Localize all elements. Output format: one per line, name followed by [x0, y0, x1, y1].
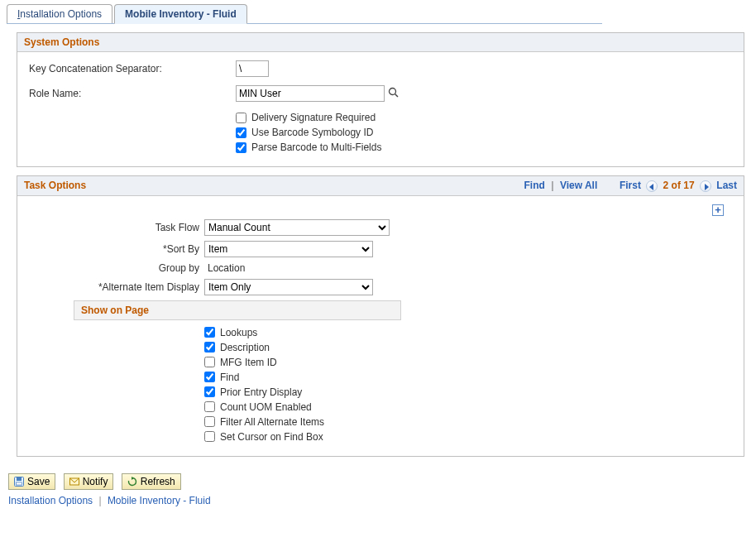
lookups-label: Lookups [220, 327, 257, 338]
task-flow-select[interactable]: Manual Count [204, 219, 390, 236]
refresh-button[interactable]: Refresh [122, 473, 181, 490]
add-row-icon[interactable]: + [712, 204, 724, 216]
lookups-checkbox[interactable] [204, 327, 215, 338]
svg-rect-3 [17, 477, 22, 481]
prior-entry-display-checkbox[interactable] [204, 386, 215, 397]
sort-by-label: *Sort By [41, 243, 204, 255]
system-options-header: System Options [17, 33, 744, 52]
group-by-value: Location [204, 262, 245, 274]
mfg-item-id-checkbox[interactable] [204, 357, 215, 367]
nav-last-link[interactable]: Last [716, 180, 737, 191]
nav-view-all-link[interactable]: View All [560, 180, 597, 191]
key-sep-label: Key Concatenation Separator: [27, 63, 236, 74]
svg-marker-6 [132, 477, 134, 480]
use-barcode-symbology-checkbox[interactable] [236, 127, 246, 138]
set-cursor-find-label: Set Cursor on Find Box [220, 431, 323, 443]
system-options-group: System Options Key Concatenation Separat… [17, 32, 744, 167]
sort-by-select[interactable]: Item [204, 241, 373, 257]
group-by-label: Group by [41, 262, 204, 274]
parse-barcode-checkbox[interactable] [236, 142, 246, 153]
notify-button[interactable]: Notify [64, 473, 114, 490]
set-cursor-find-checkbox[interactable] [204, 431, 215, 442]
delivery-signature-label: Delivery Signature Required [251, 112, 376, 123]
refresh-icon [127, 477, 137, 487]
alt-item-display-select[interactable]: Item Only [204, 279, 373, 295]
delivery-signature-checkbox[interactable] [236, 113, 246, 123]
footer-buttons: Save Notify Refresh [3, 465, 753, 495]
parse-barcode-label: Parse Barcode to Multi-Fields [251, 141, 381, 153]
footer-installation-options-link[interactable]: Installation Options [8, 495, 93, 506]
footer-links: Installation Options | Mobile Inventory … [3, 495, 753, 506]
show-on-page-header: Show on Page [74, 300, 401, 320]
next-icon[interactable] [700, 180, 711, 192]
key-sep-input[interactable] [236, 60, 269, 77]
count-uom-enabled-label: Count UOM Enabled [220, 401, 312, 413]
svg-rect-4 [17, 482, 22, 485]
tab-strip: Installation Options Mobile Inventory - … [7, 3, 753, 23]
find-label: Find [220, 372, 239, 383]
task-options-nav: Find | View All First 2 of 17 Last [524, 180, 738, 192]
prior-entry-display-label: Prior Entry Display [220, 386, 302, 398]
count-uom-enabled-checkbox[interactable] [204, 401, 215, 412]
mfg-item-id-label: MFG Item ID [220, 357, 277, 368]
task-flow-label: Task Flow [41, 222, 204, 233]
nav-first-link[interactable]: First [620, 180, 641, 191]
svg-line-1 [395, 94, 399, 97]
alt-item-display-label: *Alternate Item Display [41, 281, 204, 293]
save-button[interactable]: Save [8, 473, 55, 490]
task-options-group: Task Options Find | View All First 2 of … [17, 175, 744, 457]
task-options-header: Task Options [24, 180, 86, 191]
nav-find-link[interactable]: Find [524, 180, 545, 191]
description-checkbox[interactable] [204, 342, 215, 353]
tab-installation-options[interactable]: Installation Options [7, 4, 112, 23]
role-name-input[interactable] [236, 85, 385, 102]
role-name-label: Role Name: [27, 88, 236, 99]
magnifier-icon[interactable] [388, 87, 400, 101]
nav-counter: 2 of 17 [663, 180, 695, 191]
description-label: Description [220, 342, 270, 353]
disk-icon [14, 477, 24, 487]
filter-alt-items-label: Filter All Alternate Items [220, 416, 324, 428]
svg-point-0 [390, 88, 396, 94]
envelope-icon [69, 477, 79, 487]
find-checkbox[interactable] [204, 372, 215, 382]
previous-icon[interactable] [646, 180, 658, 192]
filter-alt-items-checkbox[interactable] [204, 416, 215, 427]
tab-mobile-inventory-fluid[interactable]: Mobile Inventory - Fluid [114, 4, 247, 24]
use-barcode-symbology-label: Use Barcode Symbology ID [251, 127, 373, 138]
footer-mobile-inventory-link[interactable]: Mobile Inventory - Fluid [108, 495, 211, 506]
